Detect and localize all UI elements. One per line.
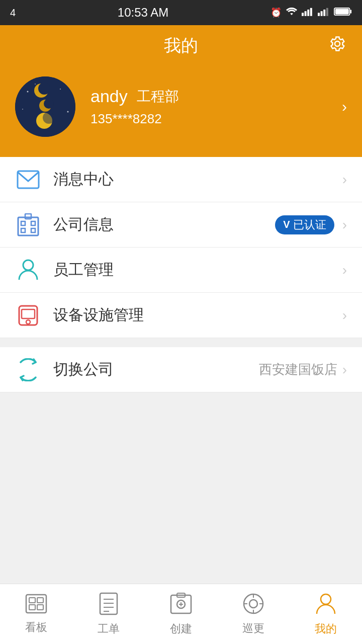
menu-item-switch-company[interactable]: 切换公司 西安建国饭店 › (0, 347, 362, 392)
svg-point-55 (321, 594, 331, 604)
svg-rect-7 (326, 8, 328, 16)
svg-rect-35 (29, 598, 35, 603)
create-icon (170, 592, 192, 618)
page-title: 我的 (15, 34, 347, 66)
svg-point-12 (27, 91, 29, 93)
messages-label: 消息中心 (53, 169, 342, 190)
svg-rect-27 (21, 228, 25, 232)
svg-point-14 (22, 109, 23, 110)
status-time: 10:53 AM (118, 6, 168, 20)
equipment-chevron-icon: › (342, 307, 347, 324)
status-left-num: 4 (10, 7, 16, 19)
switch-company-label: 切换公司 (53, 359, 259, 380)
mine-icon (315, 592, 337, 618)
svg-rect-2 (307, 10, 309, 16)
bottom-nav: 看板 工单 创建 (0, 584, 362, 644)
svg-rect-36 (37, 598, 43, 603)
empty-area (0, 392, 362, 543)
svg-rect-3 (310, 8, 312, 16)
signal2-icon (318, 7, 330, 19)
menu-item-employees[interactable]: 员工管理 › (0, 248, 362, 293)
profile-section[interactable]: andy 工程部 135****8282 › (0, 66, 362, 157)
svg-rect-1 (305, 11, 307, 16)
wifi-icon (286, 7, 298, 19)
svg-rect-10 (335, 9, 349, 14)
device-icon (15, 302, 41, 329)
svg-rect-9 (350, 10, 351, 13)
menu-item-messages[interactable]: 消息中心 › (0, 157, 362, 202)
employees-label: 员工管理 (53, 260, 342, 280)
person-icon (15, 257, 41, 283)
menu-item-company[interactable]: 公司信息 V 已认证 › (0, 202, 362, 248)
svg-point-22 (43, 112, 55, 124)
svg-point-15 (67, 111, 69, 113)
svg-point-18 (38, 83, 50, 95)
create-label: 创建 (170, 621, 192, 636)
kanban-label: 看板 (25, 620, 47, 635)
workorders-label: 工单 (98, 621, 120, 636)
svg-point-33 (26, 320, 30, 324)
profile-name: andy (90, 87, 128, 106)
battery-icon (334, 7, 352, 19)
equipment-label: 设备设施管理 (53, 305, 342, 326)
verified-text: 已认证 (293, 217, 326, 232)
main-content: 消息中心 › 公司信息 V 已认证 › (0, 157, 362, 604)
profile-dept: 工程部 (137, 87, 179, 106)
kanban-icon (25, 594, 47, 617)
building-icon (15, 212, 41, 238)
svg-rect-0 (302, 13, 304, 16)
patrol-icon (242, 593, 264, 618)
svg-point-50 (249, 600, 257, 608)
svg-point-16 (35, 84, 36, 85)
svg-rect-37 (29, 605, 35, 610)
svg-rect-4 (318, 13, 320, 16)
nav-item-kanban[interactable]: 看板 (0, 584, 72, 644)
status-bar: 4 10:53 AM ⏰ (0, 0, 362, 25)
svg-rect-38 (37, 605, 43, 610)
nav-item-create[interactable]: 创建 (145, 584, 217, 644)
nav-item-patrol[interactable]: 巡更 (217, 584, 290, 644)
profile-phone: 135****8282 (90, 111, 327, 127)
switch-company-chevron-icon: › (342, 362, 347, 378)
menu-item-equipment[interactable]: 设备设施管理 › (0, 293, 362, 338)
svg-point-20 (44, 99, 54, 109)
messages-chevron-icon: › (342, 172, 347, 188)
signal-icon (302, 7, 314, 19)
svg-rect-32 (22, 309, 35, 318)
svg-rect-26 (31, 221, 35, 225)
patrol-label: 巡更 (242, 621, 264, 636)
nav-item-mine[interactable]: 我的 (290, 584, 362, 644)
alarm-icon: ⏰ (270, 7, 282, 18)
switch-company-section: 切换公司 西安建国饭店 › (0, 347, 362, 392)
svg-point-30 (23, 260, 33, 270)
header: 我的 (0, 25, 362, 66)
settings-icon[interactable] (328, 34, 347, 58)
profile-chevron-icon: › (342, 98, 347, 115)
status-icons: ⏰ (270, 7, 352, 19)
workorders-icon (99, 592, 118, 618)
avatar (15, 76, 75, 137)
svg-rect-28 (31, 228, 35, 232)
switch-company-value: 西安建国饭店 (259, 361, 337, 378)
svg-point-13 (60, 89, 61, 90)
company-label: 公司信息 (53, 214, 275, 235)
profile-info: andy 工程部 135****8282 (90, 87, 327, 127)
envelope-icon (15, 167, 41, 193)
svg-rect-5 (321, 11, 323, 16)
svg-rect-23 (18, 171, 39, 188)
mine-label: 我的 (315, 621, 337, 636)
nav-item-workorders[interactable]: 工单 (72, 584, 145, 644)
svg-rect-25 (21, 221, 25, 225)
refresh-icon (15, 357, 41, 383)
employees-chevron-icon: › (342, 262, 347, 278)
svg-rect-6 (323, 10, 325, 16)
name-dept-row: andy 工程部 (90, 87, 327, 106)
menu-section-main: 消息中心 › 公司信息 V 已认证 › (0, 157, 362, 338)
company-chevron-icon: › (342, 217, 347, 233)
verified-badge: V 已认证 (275, 215, 334, 234)
